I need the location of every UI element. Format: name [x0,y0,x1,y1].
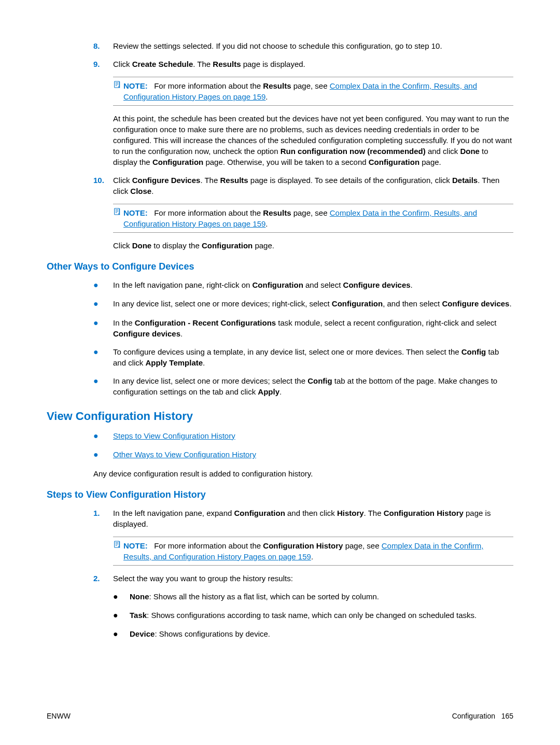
list-item: ● In any device list, select one or more… [93,298,513,310]
paragraph-schedule: At this point, the schedule has been cre… [113,113,513,167]
step-number: 2. [93,573,113,584]
note-text: NOTE: For more information about the Res… [123,80,513,102]
list-item: ● In the Configuration - Recent Configur… [93,317,513,339]
note-icon [113,80,123,102]
note-text: NOTE: For more information about the Res… [123,207,513,229]
list-item: ● Other Ways to View Configuration Histo… [93,449,513,460]
list-item: ● In any device list, select one or more… [93,375,513,397]
bullet-icon: ● [93,317,113,339]
bullet-icon: ● [93,279,113,291]
history-step-2: 2. Select the way you want to group the … [93,573,513,584]
list-item: ● Task: Shows configurations according t… [113,610,513,621]
step-text: In the left navigation pane, expand Conf… [113,508,513,529]
bullet-list-other: ● In the left navigation pane, right-cli… [93,279,513,397]
list-item: ● Steps to View Configuration History [93,430,513,442]
note-icon [113,540,123,562]
bullet-icon: ● [113,610,130,621]
step-8: 8. Review the settings selected. If you … [93,40,513,51]
bullet-icon: ● [113,591,130,602]
step-text: Select the way you want to group the his… [113,573,513,584]
heading-other-ways: Other Ways to Configure Devices [47,261,513,272]
document-page: 8. Review the settings selected. If you … [0,0,560,745]
step-text: Click Configure Devices. The Results pag… [113,175,513,196]
step-number: 10. [93,175,113,196]
bullet-icon: ● [93,430,113,442]
step-number: 1. [93,508,113,529]
link-steps-view[interactable]: Steps to View Configuration History [113,431,235,440]
paragraph-anydevice: Any device configuration result is added… [93,468,513,479]
list-item: ● In the left navigation pane, right-cli… [93,279,513,291]
step-text: Review the settings selected. If you did… [113,40,513,51]
heading-view-history: View Configuration History [47,410,513,423]
footer-right: Configuration 165 [452,712,513,720]
step-10: 10. Click Configure Devices. The Results… [93,175,513,196]
history-step-1: 1. In the left navigation pane, expand C… [93,508,513,529]
group-options-list: ● None: Shows all the history as a flat … [113,591,513,640]
list-item: ● To configure devices using a template,… [93,346,513,368]
bullet-icon: ● [93,298,113,310]
link-other-ways-view[interactable]: Other Ways to View Configuration History [113,450,256,459]
bullet-list-links: ● Steps to View Configuration History ● … [93,430,513,461]
heading-steps-view: Steps to View Configuration History [47,489,513,500]
step-9: 9. Click Create Schedule. The Results pa… [93,59,513,69]
note-icon [113,207,123,229]
page-footer: ENWW Configuration 165 [47,712,513,720]
bullet-icon: ● [113,628,130,640]
bullet-icon: ● [93,449,113,460]
step-number: 9. [93,59,113,69]
note-text: NOTE: For more information about the Con… [123,540,513,562]
bullet-icon: ● [93,375,113,397]
note-box: NOTE: For more information about the Con… [113,537,513,566]
list-item: ● Device: Shows configurations by device… [113,628,513,640]
step-text: Click Create Schedule. The Results page … [113,59,513,69]
step-number: 8. [93,40,113,51]
note-box: NOTE: For more information about the Res… [113,204,513,233]
bullet-icon: ● [93,346,113,368]
footer-left: ENWW [47,712,71,720]
note-box: NOTE: For more information about the Res… [113,77,513,106]
list-item: ● None: Shows all the history as a flat … [113,591,513,602]
paragraph-done: Click Done to display the Configuration … [113,240,513,251]
